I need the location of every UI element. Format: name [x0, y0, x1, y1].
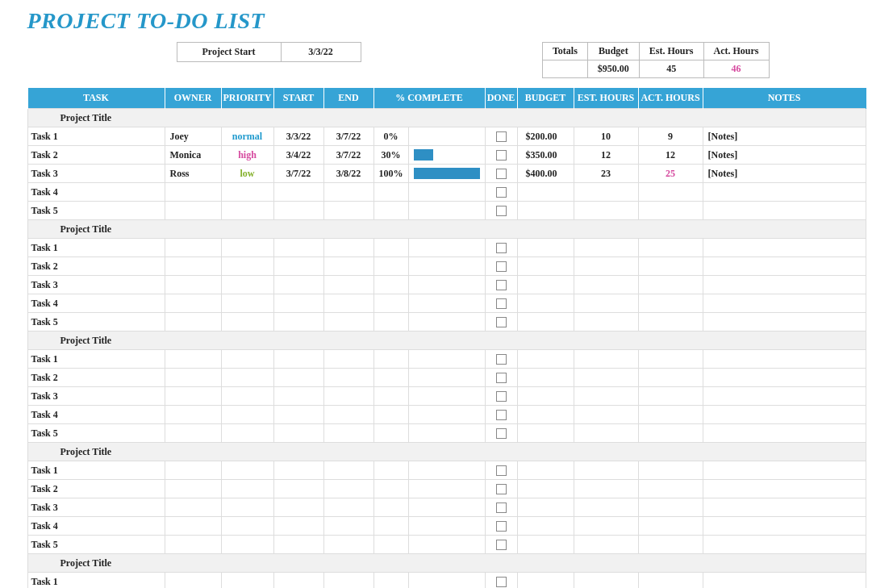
- notes-cell[interactable]: [703, 369, 866, 387]
- budget-cell[interactable]: [517, 406, 574, 424]
- est-hours-cell[interactable]: [574, 536, 638, 554]
- end-cell[interactable]: [323, 573, 373, 589]
- est-hours-cell[interactable]: [574, 350, 638, 369]
- start-cell[interactable]: [273, 257, 323, 276]
- budget-cell[interactable]: [517, 517, 574, 536]
- task-name-cell[interactable]: Task 4: [27, 517, 165, 536]
- start-cell[interactable]: [273, 387, 323, 406]
- priority-cell[interactable]: [221, 517, 273, 536]
- est-hours-cell[interactable]: [574, 183, 638, 202]
- budget-cell[interactable]: [517, 498, 574, 517]
- done-checkbox[interactable]: [496, 298, 507, 309]
- act-hours-cell[interactable]: [638, 406, 703, 424]
- task-name-cell[interactable]: Task 3: [27, 498, 165, 517]
- notes-cell[interactable]: [703, 313, 866, 332]
- act-hours-cell[interactable]: [638, 202, 703, 220]
- pct-cell[interactable]: [373, 406, 408, 424]
- owner-cell[interactable]: [165, 406, 221, 424]
- task-name-cell[interactable]: Task 1: [27, 461, 165, 480]
- est-hours-cell[interactable]: [574, 276, 638, 294]
- pct-cell[interactable]: 0%: [373, 127, 408, 146]
- pct-cell[interactable]: [373, 424, 408, 443]
- act-hours-cell[interactable]: [638, 387, 703, 406]
- task-name-cell[interactable]: Task 2: [27, 369, 165, 387]
- act-hours-cell[interactable]: [638, 369, 703, 387]
- notes-cell[interactable]: [703, 350, 866, 369]
- budget-cell[interactable]: $400.00: [517, 165, 574, 183]
- done-checkbox[interactable]: [496, 280, 507, 290]
- notes-cell[interactable]: [703, 517, 866, 536]
- act-hours-cell[interactable]: [638, 239, 703, 257]
- end-cell[interactable]: [323, 498, 373, 517]
- est-hours-cell[interactable]: [574, 387, 638, 406]
- task-name-cell[interactable]: Task 5: [27, 424, 165, 443]
- start-cell[interactable]: 3/7/22: [273, 165, 323, 183]
- act-hours-cell[interactable]: [638, 313, 703, 332]
- pct-cell[interactable]: [373, 350, 408, 369]
- act-hours-cell[interactable]: [638, 536, 703, 554]
- notes-cell[interactable]: [703, 498, 866, 517]
- end-cell[interactable]: [323, 239, 373, 257]
- notes-cell[interactable]: [703, 294, 866, 313]
- notes-cell[interactable]: [703, 406, 866, 424]
- task-name-cell[interactable]: Task 4: [27, 183, 165, 202]
- est-hours-cell[interactable]: [574, 498, 638, 517]
- owner-cell[interactable]: Monica: [165, 146, 221, 165]
- task-name-cell[interactable]: Task 3: [27, 387, 165, 406]
- task-name-cell[interactable]: Task 5: [27, 313, 165, 332]
- project-title-row[interactable]: Project Title: [27, 220, 866, 239]
- end-cell[interactable]: 3/7/22: [323, 127, 373, 146]
- priority-cell[interactable]: [221, 257, 273, 276]
- owner-cell[interactable]: Ross: [165, 165, 221, 183]
- budget-cell[interactable]: [517, 461, 574, 480]
- end-cell[interactable]: [323, 313, 373, 332]
- priority-cell[interactable]: [221, 294, 273, 313]
- priority-cell[interactable]: low: [221, 165, 273, 183]
- act-hours-cell[interactable]: [638, 257, 703, 276]
- budget-cell[interactable]: [517, 369, 574, 387]
- budget-cell[interactable]: [517, 294, 574, 313]
- est-hours-cell[interactable]: [574, 424, 638, 443]
- notes-cell[interactable]: [703, 183, 866, 202]
- end-cell[interactable]: [323, 202, 373, 220]
- task-name-cell[interactable]: Task 3: [27, 276, 165, 294]
- est-hours-cell[interactable]: 23: [574, 165, 638, 183]
- pct-cell[interactable]: [373, 369, 408, 387]
- budget-cell[interactable]: [517, 257, 574, 276]
- budget-cell[interactable]: [517, 536, 574, 554]
- start-cell[interactable]: [273, 480, 323, 498]
- owner-cell[interactable]: [165, 498, 221, 517]
- est-hours-cell[interactable]: [574, 461, 638, 480]
- done-checkbox[interactable]: [496, 428, 507, 439]
- done-checkbox[interactable]: [496, 484, 507, 494]
- pct-cell[interactable]: [373, 480, 408, 498]
- done-checkbox[interactable]: [496, 187, 507, 198]
- priority-cell[interactable]: [221, 183, 273, 202]
- task-name-cell[interactable]: Task 1: [27, 239, 165, 257]
- owner-cell[interactable]: [165, 313, 221, 332]
- act-hours-cell[interactable]: 9: [638, 127, 703, 146]
- end-cell[interactable]: [323, 424, 373, 443]
- budget-cell[interactable]: [517, 387, 574, 406]
- start-cell[interactable]: 3/4/22: [273, 146, 323, 165]
- done-checkbox[interactable]: [496, 169, 507, 179]
- owner-cell[interactable]: [165, 573, 221, 589]
- start-cell[interactable]: [273, 313, 323, 332]
- est-hours-cell[interactable]: [574, 480, 638, 498]
- end-cell[interactable]: [323, 257, 373, 276]
- notes-cell[interactable]: [703, 239, 866, 257]
- budget-cell[interactable]: [517, 183, 574, 202]
- pct-cell[interactable]: [373, 536, 408, 554]
- notes-cell[interactable]: [Notes]: [703, 146, 866, 165]
- est-hours-cell[interactable]: [574, 573, 638, 589]
- task-name-cell[interactable]: Task 2: [27, 480, 165, 498]
- act-hours-cell[interactable]: 25: [638, 165, 703, 183]
- task-name-cell[interactable]: Task 5: [27, 202, 165, 220]
- owner-cell[interactable]: [165, 461, 221, 480]
- act-hours-cell[interactable]: [638, 480, 703, 498]
- start-cell[interactable]: [273, 536, 323, 554]
- pct-cell[interactable]: [373, 183, 408, 202]
- end-cell[interactable]: [323, 350, 373, 369]
- project-title-row[interactable]: Project Title: [27, 332, 866, 350]
- task-name-cell[interactable]: Task 1: [27, 127, 165, 146]
